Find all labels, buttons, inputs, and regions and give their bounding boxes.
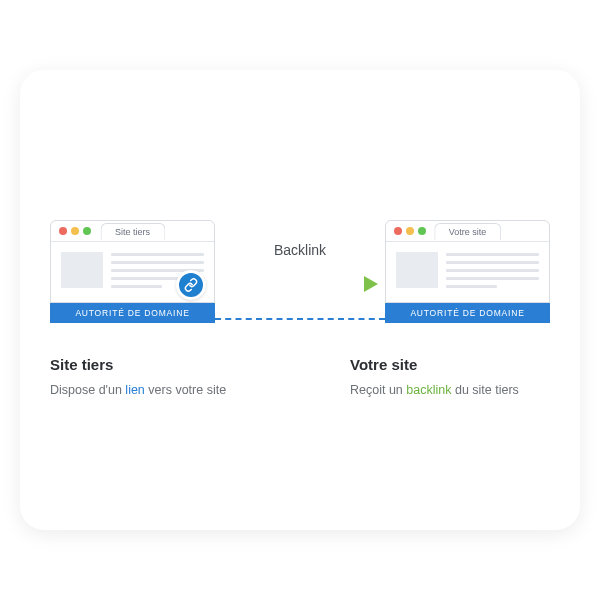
browser-top-bar: Site tiers	[51, 221, 214, 242]
link-icon	[176, 270, 206, 300]
caption-left: Site tiers Dispose d'un lien vers votre …	[50, 356, 290, 400]
diagram-row: Site tiers AUTORITÉ DE DOMAINE	[50, 220, 550, 330]
highlight-link: lien	[125, 383, 144, 397]
window-dots	[394, 227, 426, 235]
close-icon	[59, 227, 67, 235]
arrow-label: Backlink	[274, 242, 326, 258]
captions-row: Site tiers Dispose d'un lien vers votre …	[50, 356, 550, 400]
arrow-icon	[220, 272, 380, 296]
browser-right: Votre site AUTORITÉ DE DOMAINE	[385, 220, 550, 323]
close-icon	[394, 227, 402, 235]
authority-bar-right: AUTORITÉ DE DOMAINE	[385, 303, 550, 323]
browser-top-bar: Votre site	[386, 221, 549, 242]
minimize-icon	[71, 227, 79, 235]
minimize-icon	[406, 227, 414, 235]
caption-left-title: Site tiers	[50, 356, 290, 373]
content-lines	[446, 252, 539, 288]
maximize-icon	[418, 227, 426, 235]
browser-tab-right: Votre site	[434, 223, 502, 240]
window-dots	[59, 227, 91, 235]
content-thumbnail	[396, 252, 438, 288]
content-thumbnail	[61, 252, 103, 288]
caption-left-text: Dispose d'un lien vers votre site	[50, 381, 290, 400]
arrow-zone: Backlink	[215, 220, 385, 330]
caption-right-title: Votre site	[350, 356, 550, 373]
browser-left: Site tiers AUTORITÉ DE DOMAINE	[50, 220, 215, 323]
maximize-icon	[83, 227, 91, 235]
caption-right: Votre site Reçoit un backlink du site ti…	[350, 356, 550, 400]
browser-tab-left: Site tiers	[100, 223, 165, 240]
browser-body	[386, 242, 549, 302]
highlight-backlink: backlink	[406, 383, 451, 397]
authority-bar-left: AUTORITÉ DE DOMAINE	[50, 303, 215, 323]
browser-body	[51, 242, 214, 302]
caption-right-text: Reçoit un backlink du site tiers	[350, 381, 550, 400]
dashed-connector	[215, 318, 385, 320]
svg-marker-1	[364, 276, 378, 292]
diagram-card: Site tiers AUTORITÉ DE DOMAINE	[20, 70, 580, 530]
